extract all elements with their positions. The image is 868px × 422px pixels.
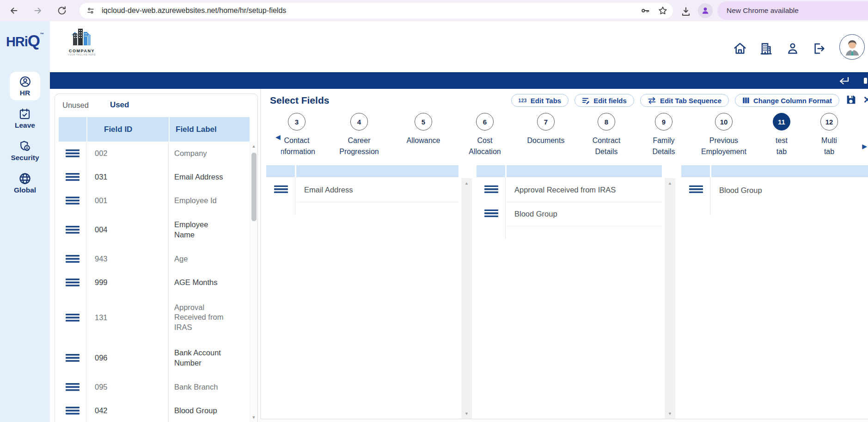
field-label: Bank Branch xyxy=(169,375,250,399)
drag-handle[interactable] xyxy=(59,375,86,399)
scrollbar-thumb[interactable] xyxy=(251,153,257,221)
chrome-profile-avatar[interactable] xyxy=(698,3,713,18)
user-avatar[interactable] xyxy=(839,34,865,60)
swap-arrows-icon xyxy=(648,97,656,104)
close-icon[interactable]: ✕ xyxy=(863,94,868,106)
drag-handle-icon xyxy=(66,383,79,391)
security-shield-icon xyxy=(18,140,31,153)
fields-list-panel: Unused Used Field ID Field Label 002 Com… xyxy=(55,93,258,422)
sidebar-item-security[interactable]: Security xyxy=(11,140,39,162)
drag-handle[interactable] xyxy=(59,271,86,294)
field-id: 943 xyxy=(86,247,169,271)
download-button[interactable] xyxy=(679,4,693,19)
tab-multi-tab[interactable]: 12 Multi tab xyxy=(807,113,851,157)
back-arrow-icon xyxy=(9,6,19,16)
header-field-id: Field ID xyxy=(86,117,169,142)
save-icon xyxy=(845,94,857,106)
back-button[interactable] xyxy=(6,3,21,18)
password-key-icon[interactable] xyxy=(640,5,651,16)
table-row: 999 AGE Months xyxy=(59,271,250,294)
home-icon xyxy=(733,41,747,56)
scroll-down-icon[interactable]: ▼ xyxy=(461,411,472,416)
bookmark-star-icon[interactable] xyxy=(657,5,668,16)
fields-list-tabs: Unused Used xyxy=(55,94,257,116)
field-label: AGE Months xyxy=(169,271,250,294)
sidebar-item-leave[interactable]: Leave xyxy=(15,108,35,130)
sidebar-item-hr[interactable]: HR xyxy=(10,72,40,100)
tab-family-details[interactable]: 9 Family Details xyxy=(636,113,691,157)
field-id: 042 xyxy=(86,399,169,422)
column-scrollbar[interactable]: ▲ ▼ xyxy=(461,178,472,419)
company-button[interactable] xyxy=(758,41,774,56)
leave-calendar-icon xyxy=(18,108,31,120)
drag-handle[interactable] xyxy=(59,142,86,165)
table-row: 096 Bank Account Number xyxy=(59,341,250,375)
tab-test-tab[interactable]: 11 test tab xyxy=(756,113,807,157)
drag-handle[interactable] xyxy=(484,209,498,219)
drag-handle-icon xyxy=(66,407,79,415)
tab-cost-allocation[interactable]: 6 Cost Allocation xyxy=(455,113,515,157)
reload-button[interactable] xyxy=(55,3,69,18)
tab-contract-details[interactable]: 8 Contract Details xyxy=(577,113,636,157)
scroll-down-icon[interactable]: ▼ xyxy=(665,411,675,416)
field-label: Blood Group xyxy=(169,399,250,422)
tabs-right-arrow-icon[interactable]: ▶ xyxy=(862,143,867,150)
home-button[interactable] xyxy=(732,41,748,56)
table-scrollbar[interactable]: ▲ ▼ xyxy=(250,142,257,422)
edit-fields-button[interactable]: Edit fields xyxy=(575,94,634,107)
field-label: Employee Name xyxy=(169,212,250,247)
profile-icon xyxy=(701,6,710,15)
drag-handle-icon xyxy=(484,185,498,193)
tab-allowance[interactable]: 5 Allowance xyxy=(392,113,455,157)
scroll-down-icon[interactable]: ▼ xyxy=(250,415,257,420)
table-row: 095 Bank Branch xyxy=(59,375,250,399)
drag-handle[interactable] xyxy=(59,165,86,189)
profile-button[interactable] xyxy=(785,41,801,56)
drag-handle[interactable] xyxy=(59,341,86,375)
address-bar[interactable]: iqcloud-dev-web.azurewebsites.net/home/h… xyxy=(79,3,673,19)
logout-button[interactable] xyxy=(811,41,826,56)
sidebar-item-label: HR xyxy=(20,89,30,97)
column-scrollbar[interactable]: ▲ ▼ xyxy=(665,178,675,419)
hr-person-icon xyxy=(19,75,31,88)
field-id: 002 xyxy=(86,142,169,165)
person-icon xyxy=(785,41,800,56)
drag-handle[interactable] xyxy=(274,185,288,195)
drag-handle-icon xyxy=(66,255,79,263)
scroll-up-icon[interactable]: ▲ xyxy=(665,181,675,186)
save-button[interactable] xyxy=(845,94,857,107)
field-id: 095 xyxy=(86,375,169,399)
drag-handle[interactable] xyxy=(59,294,86,341)
table-row: 042 Blood Group xyxy=(59,399,250,422)
edit-tab-sequence-button[interactable]: Edit Tab Sequence xyxy=(640,94,729,107)
scroll-up-icon[interactable]: ▲ xyxy=(461,181,472,186)
scroll-up-icon[interactable]: ▲ xyxy=(250,144,257,149)
drag-handle[interactable] xyxy=(59,247,86,271)
drag-handle[interactable] xyxy=(59,212,86,247)
sidebar-item-global[interactable]: Global xyxy=(14,172,36,194)
tab-unused[interactable]: Unused xyxy=(62,101,89,110)
drag-handle[interactable] xyxy=(689,186,703,195)
change-column-format-button[interactable]: Change Column Format xyxy=(735,94,839,107)
tab-contact-information[interactable]: 3 Contact Information xyxy=(281,113,326,157)
edit-tabs-button[interactable]: 123 Edit Tabs xyxy=(511,94,569,107)
forward-button[interactable] xyxy=(31,3,45,18)
return-button[interactable] xyxy=(839,76,851,87)
tab-previous-employement[interactable]: 10 Previous Employement xyxy=(691,113,756,157)
field-id: 096 xyxy=(86,341,169,375)
tab-career-progression[interactable]: 4 Career Progression xyxy=(326,113,392,157)
tab-used[interactable]: Used xyxy=(110,100,129,110)
company-logo-title: COMPANY xyxy=(62,49,102,53)
new-chrome-button[interactable]: New Chrome available xyxy=(717,1,868,20)
field-columns: Email Address ▲ ▼ Approval R xyxy=(261,165,868,419)
drag-handle[interactable] xyxy=(59,189,86,212)
field-id: 001 xyxy=(86,189,169,212)
drag-handle[interactable] xyxy=(484,185,498,195)
tab-documents[interactable]: 7 Documents xyxy=(515,113,577,157)
site-info-icon[interactable] xyxy=(85,5,96,16)
drag-handle-icon xyxy=(689,186,703,193)
clipped-ribbon-icon xyxy=(864,78,867,84)
drag-handle-icon xyxy=(66,197,79,205)
drag-handle[interactable] xyxy=(59,399,86,422)
tabs-left-arrow-icon[interactable]: ◀ xyxy=(275,133,281,141)
